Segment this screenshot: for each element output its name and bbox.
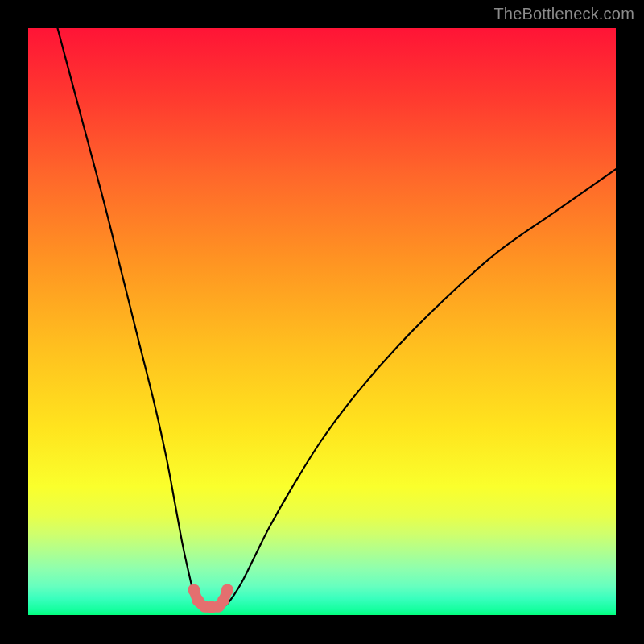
gradient-plot-area — [28, 28, 616, 616]
watermark-text: TheBottleneck.com — [493, 5, 634, 23]
chart-frame: TheBottleneck.com — [0, 0, 644, 644]
